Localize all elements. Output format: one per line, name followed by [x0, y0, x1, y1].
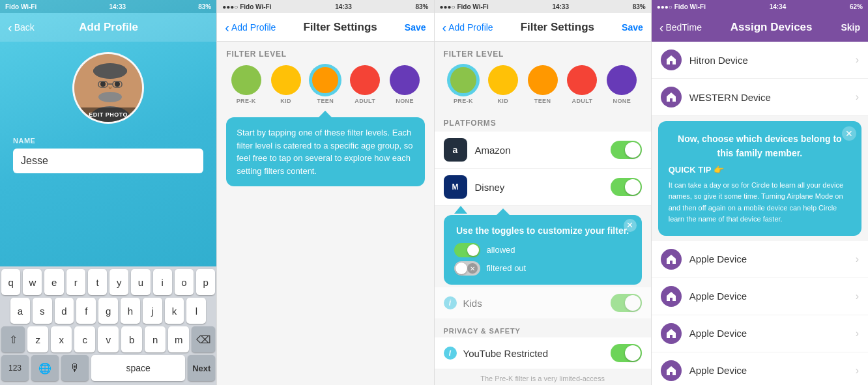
back-button-4[interactable]: BedTime — [659, 21, 702, 34]
key-p[interactable]: p — [196, 269, 215, 295]
key-mic[interactable]: 🎙 — [61, 355, 89, 381]
key-k[interactable]: k — [165, 298, 184, 324]
youtube-toggle[interactable] — [611, 344, 642, 362]
filter-circle-adult[interactable] — [350, 65, 380, 95]
key-backspace[interactable]: ⌫ — [192, 326, 215, 352]
key-u[interactable]: u — [131, 269, 150, 295]
youtube-restricted-item: i YouTube Restricted — [435, 337, 651, 369]
filter-kid-3[interactable]: KID — [488, 65, 518, 104]
back-button-2[interactable]: Add Profile — [225, 21, 276, 34]
key-space[interactable]: space — [91, 355, 185, 381]
key-e[interactable]: e — [44, 269, 63, 295]
key-d[interactable]: d — [55, 298, 74, 324]
filter-kid[interactable]: KID — [271, 65, 301, 104]
device-chevron-3: › — [856, 253, 859, 265]
device-apple-4[interactable]: Apple Device › — [652, 352, 868, 385]
key-n[interactable]: n — [145, 326, 166, 352]
key-s[interactable]: s — [33, 298, 52, 324]
filter-none-3[interactable]: NONE — [607, 65, 637, 104]
key-emoji[interactable]: 🌐 — [31, 355, 59, 381]
filter-label-prek-3: PRE-K — [454, 98, 473, 104]
keyboard-row-2: a s d f g h j k l — [1, 298, 215, 324]
keyboard-row-1: q w e r t y u i o p — [1, 269, 215, 295]
filter-circle-prek[interactable] — [231, 65, 261, 95]
svg-point-11 — [98, 92, 122, 102]
filter-circle-none[interactable] — [390, 65, 420, 95]
avatar[interactable]: EDIT PHOTO — [72, 52, 144, 124]
filter-teen[interactable]: TEEN — [310, 65, 340, 104]
device-chevron-icon: › — [856, 54, 859, 66]
skip-button[interactable]: Skip — [841, 22, 860, 33]
panel-assign-devices: ●●●○ Fido Wi-Fi 14:34 62% BedTime Assign… — [651, 0, 868, 385]
device-apple-2[interactable]: Apple Device › — [652, 278, 868, 315]
key-v[interactable]: v — [98, 326, 119, 352]
keyboard-row-3: ⇧ z x c v b n m ⌫ — [1, 326, 215, 352]
status-time-3: 14:33 — [552, 3, 569, 10]
key-z[interactable]: z — [27, 326, 48, 352]
key-next[interactable]: Next — [188, 355, 215, 381]
assign-devices-scroll: Hitron Device › WESTERN Device › ✕ Now, … — [652, 42, 868, 385]
kids-toggle[interactable] — [611, 294, 642, 312]
key-f[interactable]: f — [76, 298, 96, 324]
device-apple-1[interactable]: Apple Device › — [652, 241, 868, 278]
filter-circle-none-3[interactable] — [607, 65, 637, 95]
save-button-3[interactable]: Save — [622, 22, 643, 33]
kids-info-icon[interactable]: i — [444, 296, 457, 309]
key-x[interactable]: x — [51, 326, 72, 352]
filter-level-header-3: FILTER LEVEL — [435, 42, 651, 63]
name-field-label: NAME — [13, 137, 203, 145]
key-r[interactable]: r — [66, 269, 85, 295]
key-m[interactable]: m — [168, 326, 189, 352]
key-b[interactable]: b — [121, 326, 142, 352]
filter-circle-prek-3[interactable] — [448, 65, 478, 95]
device-hitron-label: Hitron Device — [689, 55, 856, 66]
key-g[interactable]: g — [98, 298, 118, 324]
save-button-2[interactable]: Save — [405, 22, 426, 33]
key-y[interactable]: y — [109, 269, 128, 295]
filter-circles-3: PRE-K KID TEEN ADULT NONE — [435, 63, 651, 111]
disney-label: Disney — [475, 182, 611, 193]
device-western[interactable]: WESTERN Device › — [652, 79, 868, 116]
device-hitron[interactable]: Hitron Device › — [652, 42, 868, 79]
key-l[interactable]: l — [186, 298, 206, 324]
device-apple-1-icon — [661, 249, 682, 270]
platforms-header: PLATFORMS — [435, 111, 651, 132]
filter-adult-3[interactable]: ADULT — [567, 65, 597, 104]
amazon-toggle[interactable] — [611, 141, 642, 159]
key-c[interactable]: c — [74, 326, 95, 352]
back-button-1[interactable]: Back — [8, 21, 35, 34]
filter-prek[interactable]: PRE-K — [231, 65, 261, 104]
key-h[interactable]: h — [121, 298, 140, 324]
filter-circle-teen[interactable] — [310, 65, 340, 95]
device-apple-3[interactable]: Apple Device › — [652, 315, 868, 352]
key-t[interactable]: t — [88, 269, 107, 295]
key-w[interactable]: w — [23, 269, 42, 295]
filter-circle-adult-3[interactable] — [567, 65, 597, 95]
key-j[interactable]: j — [143, 298, 162, 324]
name-input[interactable] — [13, 149, 203, 173]
key-q[interactable]: q — [1, 269, 20, 295]
device-apple-4-icon — [661, 360, 682, 381]
key-123[interactable]: 123 — [1, 355, 29, 381]
status-battery-1: 83% — [198, 3, 211, 10]
youtube-info-icon[interactable]: i — [444, 347, 457, 360]
disney-toggle[interactable] — [611, 178, 642, 196]
filter-none[interactable]: NONE — [390, 65, 420, 104]
key-i[interactable]: i — [153, 269, 172, 295]
key-a[interactable]: a — [10, 298, 30, 324]
filter-teen-3[interactable]: TEEN — [528, 65, 558, 104]
assign-devices-tip: ✕ Now, choose which devices belong to th… — [658, 121, 861, 236]
home-icon-5 — [665, 328, 677, 339]
toggle-tooltip-close[interactable]: ✕ — [624, 219, 637, 232]
key-o[interactable]: o — [175, 269, 194, 295]
filter-circle-kid-3[interactable] — [488, 65, 518, 95]
tip-close-button[interactable]: ✕ — [842, 126, 856, 141]
filter-circle-teen-3[interactable] — [528, 65, 558, 95]
key-shift[interactable]: ⇧ — [1, 326, 25, 352]
filter-prek-3[interactable]: PRE-K — [448, 65, 478, 104]
nav-title-4: Assign Devices — [731, 21, 813, 34]
filter-circle-kid[interactable] — [271, 65, 301, 95]
svg-point-7 — [115, 81, 120, 87]
back-button-3[interactable]: Add Profile — [442, 21, 493, 34]
filter-adult[interactable]: ADULT — [350, 65, 380, 104]
